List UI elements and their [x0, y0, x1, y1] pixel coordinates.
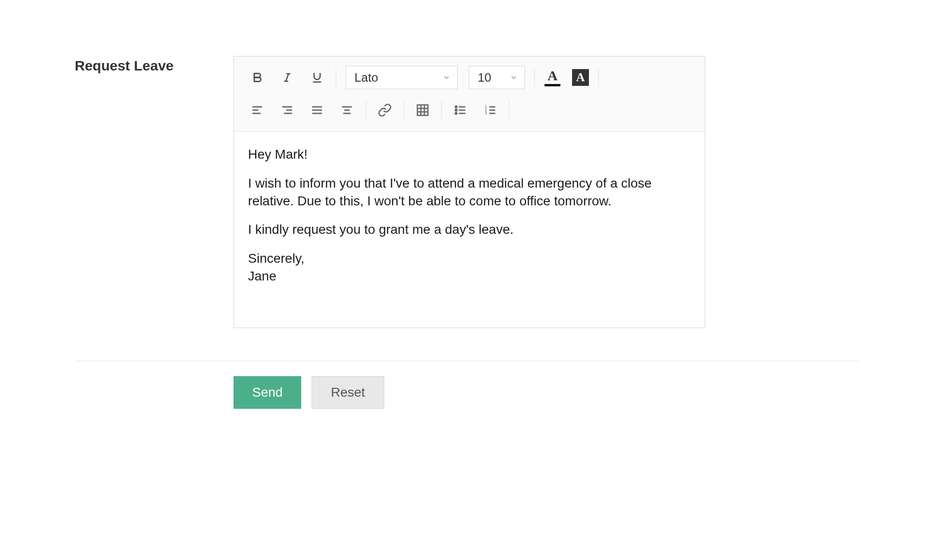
bullet-list-icon — [453, 104, 467, 117]
rich-text-editor: Lato 10 A — [234, 56, 705, 328]
align-right-icon — [280, 104, 294, 117]
font-size-select[interactable]: 10 — [469, 66, 525, 89]
table-button[interactable] — [408, 98, 438, 122]
font-family-value: Lato — [354, 70, 378, 85]
field-label: Request Leave — [75, 58, 234, 74]
editor-paragraph: Sincerely,Jane — [248, 250, 691, 285]
bullet-list-button[interactable] — [446, 98, 475, 122]
editor-toolbar: Lato 10 A — [234, 56, 705, 132]
divider — [441, 101, 442, 119]
text-color-icon: A — [547, 69, 558, 83]
svg-point-25 — [455, 109, 457, 111]
divider — [598, 68, 599, 87]
table-icon — [416, 103, 430, 117]
numbered-list-icon: 123 — [483, 104, 497, 117]
toolbar-row-2: 123 — [242, 94, 696, 126]
chevron-down-icon — [442, 70, 451, 85]
svg-point-26 — [455, 112, 457, 114]
underline-icon — [311, 70, 323, 84]
action-bar: Send Reset — [75, 361, 859, 409]
chevron-down-icon — [509, 70, 518, 85]
divider — [403, 101, 404, 119]
divider — [534, 68, 535, 87]
text-color-button[interactable]: A — [538, 66, 566, 89]
underline-button[interactable] — [302, 66, 332, 89]
align-justify-button[interactable] — [302, 98, 332, 122]
link-icon — [378, 103, 392, 117]
editor-content[interactable]: Hey Mark! I wish to inform you that I've… — [234, 132, 705, 328]
background-color-icon: A — [572, 69, 589, 86]
svg-point-24 — [455, 106, 457, 108]
divider — [366, 101, 366, 119]
italic-icon — [282, 70, 293, 84]
align-left-icon — [250, 104, 264, 117]
editor-paragraph: I kindly request you to grant me a day's… — [248, 221, 691, 238]
italic-button[interactable] — [272, 66, 302, 89]
align-center-button[interactable] — [332, 98, 362, 122]
background-color-button[interactable]: A — [566, 66, 594, 89]
bold-button[interactable] — [242, 66, 272, 89]
divider — [336, 68, 336, 87]
editor-paragraph: I wish to inform you that I've to attend… — [248, 175, 691, 210]
bold-icon — [251, 70, 263, 84]
divider — [509, 101, 509, 119]
editor-paragraph: Hey Mark! — [248, 146, 691, 163]
align-left-button[interactable] — [242, 98, 272, 122]
reset-button[interactable]: Reset — [311, 376, 384, 409]
toolbar-row-1: Lato 10 A — [242, 61, 696, 94]
font-family-select[interactable]: Lato — [346, 66, 458, 89]
numbered-list-button[interactable]: 123 — [475, 98, 505, 122]
align-right-button[interactable] — [272, 98, 302, 122]
svg-rect-16 — [417, 105, 428, 116]
align-center-icon — [340, 104, 354, 117]
svg-line-2 — [286, 74, 289, 81]
font-size-value: 10 — [478, 70, 491, 85]
svg-text:3: 3 — [485, 111, 487, 115]
send-button[interactable]: Send — [234, 376, 301, 409]
align-justify-icon — [310, 104, 324, 117]
link-button[interactable] — [370, 98, 400, 122]
